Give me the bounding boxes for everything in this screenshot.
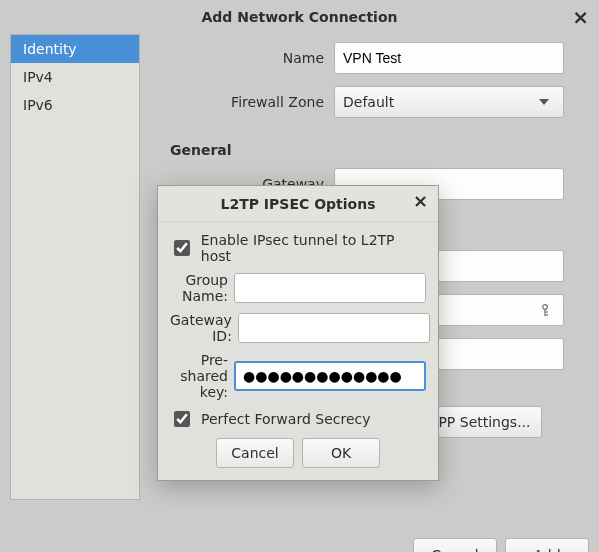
password-store-icon[interactable]	[536, 296, 558, 324]
sidebar-item-identity[interactable]: Identity	[11, 35, 139, 63]
dialog-title: L2TP IPSEC Options	[221, 196, 376, 212]
dialog-cancel-button[interactable]: Cancel	[216, 438, 294, 468]
gateway-id-input[interactable]	[238, 313, 430, 343]
name-input[interactable]	[334, 42, 564, 74]
sidebar: Identity IPv4 IPv6	[10, 34, 140, 500]
psk-label: Pre-shared key:	[170, 352, 234, 400]
window-close-icon[interactable]: ×	[572, 2, 589, 32]
group-name-label: Group Name:	[170, 272, 234, 304]
gateway-id-label: Gateway ID:	[170, 312, 238, 344]
cancel-button[interactable]: Cancel	[413, 538, 497, 552]
chevron-down-icon	[539, 99, 549, 105]
svg-point-0	[543, 305, 548, 310]
group-name-input[interactable]	[234, 273, 426, 303]
dialog-ok-button[interactable]: OK	[302, 438, 380, 468]
window-title: Add Network Connection	[202, 9, 398, 25]
dialog-close-icon[interactable]: ×	[413, 190, 428, 211]
enable-ipsec-label: Enable IPsec tunnel to L2TP host	[201, 232, 426, 264]
psk-input[interactable]	[234, 361, 426, 391]
firewall-zone-value: Default	[343, 94, 394, 110]
pfs-checkbox[interactable]	[174, 411, 190, 427]
ipsec-options-dialog: L2TP IPSEC Options × Enable IPsec tunnel…	[157, 185, 439, 481]
dialog-titlebar: L2TP IPSEC Options ×	[158, 186, 438, 222]
general-heading: General	[170, 142, 589, 158]
enable-ipsec-checkbox[interactable]	[174, 240, 190, 256]
window-titlebar: Add Network Connection ×	[0, 0, 599, 34]
sidebar-item-ipv6[interactable]: IPv6	[11, 91, 139, 119]
pfs-label: Perfect Forward Secrecy	[201, 411, 370, 427]
name-label: Name	[154, 50, 334, 66]
sidebar-item-ipv4[interactable]: IPv4	[11, 63, 139, 91]
firewall-zone-label: Firewall Zone	[154, 94, 334, 110]
add-button[interactable]: Add	[505, 538, 589, 552]
firewall-zone-select[interactable]: Default	[334, 86, 564, 118]
